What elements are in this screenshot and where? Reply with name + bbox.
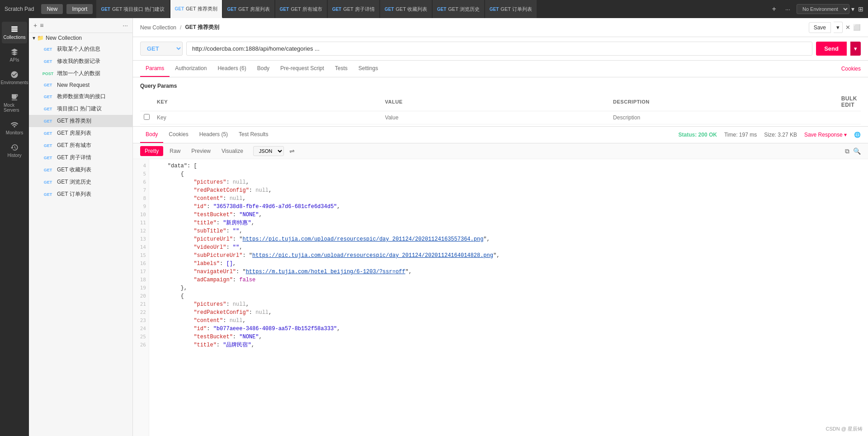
item-label: GET 收藏列表	[57, 166, 91, 174]
layout-icon[interactable]: ⊞	[858, 5, 863, 13]
list-item[interactable]: GETGET 房屋列表	[29, 127, 132, 139]
list-item[interactable]: GETGET 所有城市	[29, 139, 132, 152]
send-arrow-button[interactable]: ▾	[850, 42, 861, 56]
tabs-bar: GETGET 项目接口 热门建议GETGET 推荐类别GETGET 房屋列表GE…	[96, 0, 765, 18]
format-tab-pretty[interactable]: Pretty	[140, 146, 163, 156]
json-link[interactable]: https://pic.tujia.com/upload/resourcespi…	[242, 236, 483, 242]
sidebar-item-monitors[interactable]: Monitors	[2, 117, 27, 139]
search-icon[interactable]: 🔍	[853, 147, 861, 155]
json-link[interactable]: https://pic.tujia.com/upload/resourcespi…	[252, 252, 493, 259]
list-item[interactable]: GETGET 房子详情	[29, 152, 132, 164]
request-tab-headers[interactable]: Headers (6)	[212, 61, 251, 77]
panel-header-buttons: + ≡	[33, 22, 43, 29]
expand-button[interactable]: ⬜	[853, 24, 861, 31]
code-line: "testBucket": "NONE",	[155, 333, 863, 341]
env-chevron-button[interactable]: ▾	[851, 5, 854, 13]
row-checkbox[interactable]	[144, 114, 150, 120]
new-button[interactable]: New	[41, 4, 63, 14]
line-number: 10	[133, 211, 149, 219]
list-item[interactable]: GETGET 收藏列表	[29, 164, 132, 176]
line-number: 11	[133, 219, 149, 227]
request-tab-tests[interactable]: Tests	[330, 61, 353, 77]
line-number: 4	[133, 162, 149, 170]
request-tab-authorization[interactable]: Authorization	[170, 61, 212, 77]
response-tab-test_results[interactable]: Test Results	[233, 127, 274, 143]
save-button[interactable]: Save	[809, 22, 831, 33]
code-line: "title": "新房特惠",	[155, 219, 863, 227]
tab-item[interactable]: GETGET 收藏列表	[380, 0, 432, 18]
line-number: 26	[133, 341, 149, 349]
list-item[interactable]: GETGET 浏览历史	[29, 176, 132, 188]
main-content: New Collection / GET 推荐类别 Save ▾ ✕ ⬜ GET…	[133, 18, 868, 436]
format-tab-raw[interactable]: Raw	[165, 146, 185, 156]
method-select[interactable]: GET POST PUT DELETE PATCH	[140, 42, 183, 56]
sidebar-icons: Collections APIs Environments Mock Serve…	[0, 18, 29, 436]
request-tab-body[interactable]: Body	[252, 61, 275, 77]
tab-item[interactable]: GETGET 所有城市	[275, 0, 327, 18]
save-response-button[interactable]: Save Response ▾	[804, 132, 847, 138]
url-input[interactable]	[186, 42, 812, 56]
request-tab-params[interactable]: Params	[140, 61, 170, 77]
collection-folder[interactable]: ▾ 📁 New Collection	[29, 33, 132, 43]
json-key: "title"	[193, 342, 216, 348]
more-tabs-button[interactable]: ···	[783, 6, 793, 13]
tab-item[interactable]: GETGET 推荐类别	[170, 0, 222, 18]
sidebar-item-environments[interactable]: Environments	[2, 67, 27, 89]
key-input[interactable]	[157, 114, 378, 121]
import-button[interactable]: Import	[66, 4, 93, 14]
list-item[interactable]: GETGET 订单列表	[29, 188, 132, 200]
line-number: 19	[133, 284, 149, 292]
item-label: GET 订单列表	[57, 190, 91, 198]
copy-icon[interactable]: ⧉	[845, 147, 849, 155]
line-number: 12	[133, 227, 149, 235]
format-tab-visualize[interactable]: Visualize	[217, 146, 248, 156]
save-arrow-button[interactable]: ▾	[834, 22, 843, 33]
send-button[interactable]: Send	[816, 42, 847, 56]
response-tab-headers[interactable]: Headers (5)	[194, 127, 233, 143]
sidebar-item-history[interactable]: History	[2, 140, 27, 161]
list-item[interactable]: GET项目接口 热门建议	[29, 103, 132, 115]
tab-label: GET 收藏列表	[396, 6, 427, 13]
request-tab-prerequest[interactable]: Pre-request Script	[275, 61, 330, 77]
cookies-link[interactable]: Cookies	[841, 66, 861, 72]
tab-item[interactable]: GETGET 浏览历史	[433, 0, 485, 18]
folder-chevron-icon: ▾	[33, 35, 35, 41]
query-params-title: Query Params	[140, 83, 861, 89]
list-item[interactable]: GETNew Request	[29, 80, 132, 90]
response-tab-cookies[interactable]: Cookies	[163, 127, 193, 143]
filter-button[interactable]: ≡	[40, 22, 43, 29]
value-input[interactable]	[385, 114, 606, 121]
json-str: ""	[233, 244, 239, 251]
desc-input[interactable]	[613, 114, 834, 121]
tab-item[interactable]: GETGET 订单列表	[485, 0, 537, 18]
add-tab-button[interactable]: +	[769, 5, 779, 13]
response-tab-body[interactable]: Body	[140, 127, 163, 143]
list-item[interactable]: GET教师数据查询的接口	[29, 90, 132, 103]
panel-more-button[interactable]: ···	[123, 22, 128, 29]
sidebar-item-collections[interactable]: Collections	[2, 22, 27, 43]
bulk-edit-button[interactable]: Bulk Edit	[841, 95, 857, 108]
json-key: "subPictureUrl"	[193, 252, 242, 259]
json-link[interactable]: https://m.tujia.com/hotel_beijing/6-1203…	[246, 269, 406, 275]
format-tab-preview[interactable]: Preview	[187, 146, 215, 156]
list-item[interactable]: GET获取某个人的信息	[29, 43, 132, 55]
list-item[interactable]: GET修改我的数据记录	[29, 55, 132, 67]
sidebar-item-apis[interactable]: APIs	[2, 44, 27, 66]
close-button[interactable]: ✕	[845, 24, 850, 31]
list-item[interactable]: POST增加一个人的数据	[29, 67, 132, 80]
tab-item[interactable]: GETGET 项目接口 热门建议	[96, 0, 170, 18]
tab-item[interactable]: GETGET 房子详情	[328, 0, 380, 18]
response-size: Size: 3.27 KB	[764, 132, 797, 138]
json-key: "content"	[193, 318, 223, 324]
json-format-select[interactable]: JSON XML Text	[253, 146, 284, 156]
code-line: "videoUrl": "",	[155, 243, 863, 251]
tab-item[interactable]: GETGET 房屋列表	[223, 0, 275, 18]
environment-select[interactable]: No Environment	[797, 4, 849, 14]
list-item[interactable]: GETGET 推荐类别	[29, 115, 132, 127]
json-key: "redPacketConfig"	[193, 187, 249, 194]
request-tab-settings[interactable]: Settings	[353, 61, 383, 77]
add-collection-button[interactable]: +	[33, 22, 37, 29]
sidebar-item-mock-servers[interactable]: Mock Servers	[2, 90, 27, 116]
code-content: "data": [ { "pictures": null, "redPacket…	[149, 159, 868, 436]
format-wrap-icon[interactable]: ⇌	[289, 147, 295, 155]
